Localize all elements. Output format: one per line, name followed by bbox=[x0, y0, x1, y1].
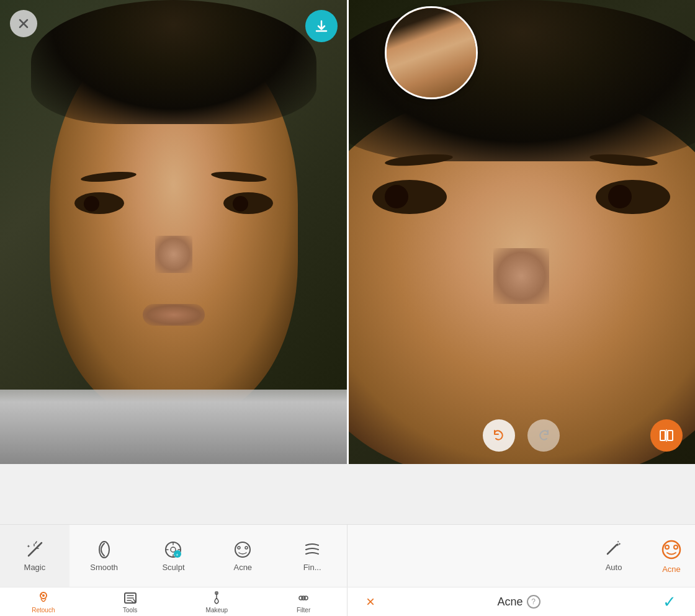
nav-tools[interactable]: Tools bbox=[87, 587, 174, 616]
nav-tools-label: Tools bbox=[123, 607, 137, 614]
tool-smooth-label: Smooth bbox=[90, 563, 118, 572]
svg-text:+: + bbox=[176, 552, 179, 558]
nose-right bbox=[493, 248, 549, 304]
svg-point-25 bbox=[663, 541, 680, 558]
lips-left bbox=[143, 304, 205, 326]
magic-icon: ✦ bbox=[25, 540, 44, 559]
svg-point-27 bbox=[674, 545, 678, 549]
svg-point-30 bbox=[41, 594, 42, 595]
tool-smooth[interactable]: Smooth bbox=[70, 525, 139, 587]
nav-section-left: Retouch Tools Makeup bbox=[0, 587, 348, 616]
close-icon bbox=[19, 19, 29, 29]
bottom-nav: Retouch Tools Makeup bbox=[0, 587, 695, 616]
undo-button[interactable] bbox=[483, 419, 515, 452]
tool-sculpt-label: Sculpt bbox=[162, 563, 184, 572]
makeup-icon bbox=[209, 591, 224, 605]
auto-icon: ✦ ✦ ✦ bbox=[604, 540, 623, 559]
nav-filter[interactable]: Filter bbox=[260, 587, 347, 616]
tools-row: ✦ Magic Smooth + bbox=[0, 525, 695, 587]
compare-icon bbox=[658, 427, 675, 444]
svg-point-20 bbox=[245, 547, 248, 549]
svg-point-19 bbox=[238, 547, 240, 549]
cancel-button[interactable]: × bbox=[366, 593, 375, 610]
svg-point-29 bbox=[42, 594, 45, 597]
tool-auto-label: Auto bbox=[606, 563, 622, 572]
svg-text:✦: ✦ bbox=[617, 540, 619, 543]
nav-section-right: × Acne ? ✓ bbox=[348, 587, 695, 616]
eyes-area-left bbox=[74, 192, 273, 230]
redo-icon bbox=[537, 429, 550, 442]
tools-icon bbox=[123, 591, 138, 605]
acne-icon-left bbox=[233, 540, 252, 559]
undo-icon bbox=[492, 429, 506, 442]
svg-text:✦: ✦ bbox=[27, 544, 30, 548]
edit-title: Acne bbox=[497, 596, 522, 609]
eye-right-l bbox=[372, 180, 447, 214]
filter-icon bbox=[303, 540, 321, 559]
smooth-icon bbox=[95, 540, 114, 559]
acne-icon-right bbox=[660, 538, 683, 561]
magnifier-content bbox=[387, 8, 476, 97]
photo-right-panel bbox=[348, 0, 695, 464]
photo-area bbox=[0, 0, 695, 524]
svg-rect-3 bbox=[660, 431, 665, 440]
download-button[interactable] bbox=[305, 10, 338, 42]
title-area: Acne ? bbox=[497, 595, 540, 609]
svg-line-8 bbox=[35, 542, 37, 543]
close-button[interactable] bbox=[10, 10, 37, 37]
toolbar-area: ✦ Magic Smooth + bbox=[0, 524, 695, 616]
compare-button[interactable] bbox=[650, 419, 683, 452]
nav-retouch-label: Retouch bbox=[32, 607, 55, 614]
photo-left-panel bbox=[0, 0, 348, 464]
tool-filter-label: Fin... bbox=[303, 563, 321, 572]
filter-nav-icon bbox=[296, 591, 311, 605]
pupil-right bbox=[608, 185, 632, 208]
tool-sculpt[interactable]: + Sculpt bbox=[139, 525, 208, 587]
right-brow-r bbox=[590, 152, 658, 168]
pupil-left bbox=[385, 185, 408, 208]
help-button[interactable]: ? bbox=[527, 595, 540, 609]
right-brow bbox=[211, 170, 267, 184]
tool-magic-label: Magic bbox=[24, 563, 46, 572]
redo-button[interactable] bbox=[527, 419, 560, 452]
hair-left bbox=[31, 0, 316, 124]
svg-rect-4 bbox=[668, 431, 673, 440]
right-eye bbox=[223, 192, 273, 214]
tools-left: ✦ Magic Smooth + bbox=[0, 525, 348, 587]
nav-makeup-label: Makeup bbox=[206, 607, 228, 614]
nose-left bbox=[155, 236, 192, 273]
retouch-icon bbox=[36, 591, 51, 605]
nav-retouch[interactable]: Retouch bbox=[0, 587, 87, 616]
download-icon bbox=[314, 19, 329, 33]
tool-acne-right[interactable]: Acne bbox=[660, 538, 683, 574]
sculpt-icon: + bbox=[164, 540, 182, 559]
svg-point-38 bbox=[302, 596, 305, 600]
nav-filter-label: Filter bbox=[297, 607, 310, 614]
brows-left bbox=[81, 172, 267, 185]
svg-point-26 bbox=[665, 545, 669, 549]
tool-acne-right-label: Acne bbox=[662, 565, 681, 574]
right-brow-l bbox=[385, 152, 454, 168]
panel-divider bbox=[347, 0, 349, 464]
tool-filter[interactable]: Fin... bbox=[277, 525, 347, 587]
action-buttons bbox=[483, 419, 560, 452]
eyes-right bbox=[372, 180, 670, 230]
tool-auto[interactable]: ✦ ✦ ✦ Auto bbox=[604, 540, 623, 572]
nav-makeup[interactable]: Makeup bbox=[174, 587, 261, 616]
left-eye bbox=[74, 192, 124, 214]
tool-acne-label: Acne bbox=[233, 563, 252, 572]
tool-magic[interactable]: ✦ Magic bbox=[0, 525, 70, 587]
svg-point-18 bbox=[235, 542, 250, 557]
tool-acne[interactable]: Acne bbox=[208, 525, 277, 587]
tools-right: ✦ ✦ ✦ Auto Acne bbox=[348, 525, 695, 587]
magnifier-circle bbox=[385, 6, 478, 99]
eye-right-r bbox=[596, 180, 670, 214]
left-brow bbox=[81, 170, 137, 184]
confirm-button[interactable]: ✓ bbox=[663, 592, 676, 612]
